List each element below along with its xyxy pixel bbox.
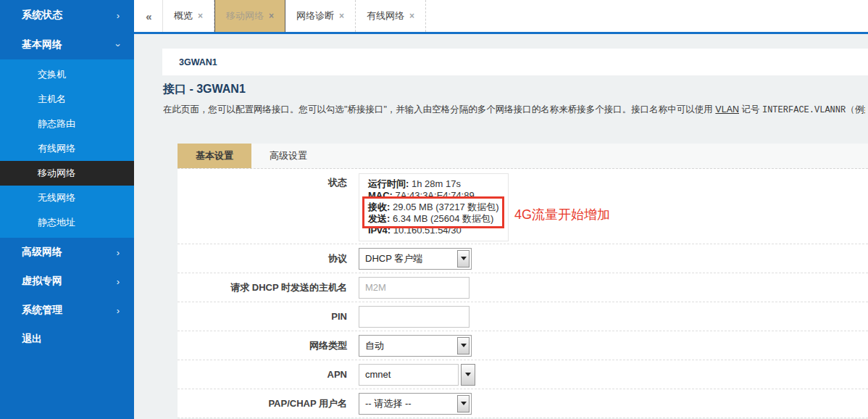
main-content: 3GWAN1 接口 - 3GWAN1 在此页面，您可以配置网络接口。您可以勾选"… xyxy=(134,34,868,419)
close-icon[interactable]: × xyxy=(198,11,203,21)
close-icon[interactable]: × xyxy=(339,11,344,21)
description-text: 记号 xyxy=(739,104,762,115)
status-key: 发送: xyxy=(368,213,390,224)
vlan-link[interactable]: VLAN xyxy=(715,104,739,115)
status-row: 状态 运行时间: 1h 28m 17s MAC: 7A:43:3A:E4:74:… xyxy=(178,169,868,244)
status-values: 运行时间: 1h 28m 17s MAC: 7A:43:3A:E4:74:89 … xyxy=(359,173,509,241)
pin-input[interactable] xyxy=(359,306,470,328)
close-icon[interactable]: × xyxy=(409,11,414,21)
status-line-rx: 接收: 29.05 MB (37217 数据包) xyxy=(368,202,499,213)
status-line-mac: MAC: 7A:43:3A:E4:74:89 xyxy=(368,190,499,202)
interface-vlannr-code: INTERFACE.VLANNR xyxy=(762,105,846,115)
sidebar: 系统状态 › 基本网络 › 交换机 主机名 静态路由 有线网络 移动网络 无线网… xyxy=(0,0,134,419)
sidebar-item-label: 系统状态 xyxy=(22,9,62,22)
dropdown-arrow-icon[interactable] xyxy=(457,395,470,412)
sidebar-item-label: 退出 xyxy=(22,333,42,346)
interface-tab-strip: 3GWAN1 xyxy=(162,49,868,75)
annotation-text: 4G流量开始增加 xyxy=(514,206,610,223)
dhcp-hostname-input[interactable] xyxy=(359,277,470,299)
sidebar-item-mobile-network[interactable]: 移动网络 xyxy=(0,161,134,186)
status-line-uptime: 运行时间: 1h 28m 17s xyxy=(368,178,499,190)
apn-row: APN xyxy=(178,360,868,389)
apn-label: APN xyxy=(178,369,359,380)
network-type-row: 网络类型 自动 xyxy=(178,331,868,360)
chevron-right-icon: › xyxy=(117,277,120,286)
network-type-label: 网络类型 xyxy=(178,339,359,352)
sidebar-submenu: 交换机 主机名 静态路由 有线网络 移动网络 无线网络 静态地址 xyxy=(0,59,134,238)
pin-row: PIN xyxy=(178,302,868,331)
tab-advanced-settings[interactable]: 高级设置 xyxy=(251,144,325,168)
sidebar-item-label: 虚拟专网 xyxy=(22,275,62,288)
sidebar-item-wireless-network[interactable]: 无线网络 xyxy=(0,186,134,210)
status-value: 29.05 MB (37217 数据包) xyxy=(390,202,498,212)
dropdown-arrow-icon[interactable] xyxy=(457,250,470,267)
dropdown-arrow-icon[interactable] xyxy=(461,364,475,386)
tab-label: 移动网络 xyxy=(226,9,264,22)
apn-combobox xyxy=(359,364,475,386)
tab-network-diagnostics[interactable]: 网络诊断 × xyxy=(285,0,356,32)
protocol-row: 协议 DHCP 客户端 xyxy=(178,244,868,273)
status-key: MAC: xyxy=(368,190,393,201)
sidebar-item-basic-network[interactable]: 基本网络 › xyxy=(0,30,134,59)
settings-tabs: 基本设置 高级设置 xyxy=(178,144,868,169)
tab-mobile-network[interactable]: 移动网络 × xyxy=(214,0,285,32)
status-label: 状态 xyxy=(178,169,359,189)
interface-settings-form: 基本设置 高级设置 状态 运行时间: 1h 28m 17s MAC: 7A:43… xyxy=(178,144,868,418)
dropdown-arrow-icon[interactable] xyxy=(457,337,470,354)
sidebar-item-switch[interactable]: 交换机 xyxy=(0,62,134,87)
sidebar-item-static-routes[interactable]: 静态路由 xyxy=(0,112,134,136)
tab-basic-settings[interactable]: 基本设置 xyxy=(178,144,251,168)
close-icon[interactable]: × xyxy=(269,11,274,21)
collapse-tabs-button[interactable]: « xyxy=(134,0,163,32)
tab-overview[interactable]: 概览 × xyxy=(163,0,214,32)
page-description: 在此页面，您可以配置网络接口。您可以勾选"桥接接口"，并输入由空格分隔的多个网络… xyxy=(163,104,865,116)
status-value: 7A:43:3A:E4:74:89 xyxy=(393,190,475,201)
description-text: 在此页面，您可以配置网络接口。您可以勾选"桥接接口"，并输入由空格分隔的多个网络… xyxy=(163,104,715,115)
chevron-right-icon: › xyxy=(117,248,120,257)
tab-label: 概览 xyxy=(174,9,193,22)
pap-chap-username-label: PAP/CHAP 用户名 xyxy=(178,397,359,410)
tab-bar: « 概览 × 移动网络 × 网络诊断 × 有线网络 × xyxy=(134,0,868,34)
sidebar-item-logout[interactable]: 退出 xyxy=(0,325,134,354)
selected-value: 自动 xyxy=(359,339,456,352)
tab-label: 有线网络 xyxy=(367,9,404,22)
tab-wired-network[interactable]: 有线网络 × xyxy=(356,0,426,32)
pin-label: PIN xyxy=(178,311,359,322)
chevron-down-icon: › xyxy=(113,43,122,46)
pap-chap-username-select[interactable]: -- 请选择 -- xyxy=(359,393,472,415)
status-key: 运行时间: xyxy=(368,178,409,189)
sidebar-item-system-admin[interactable]: 系统管理 › xyxy=(0,296,134,325)
status-key: IPv4: xyxy=(368,225,391,236)
chevron-right-icon: › xyxy=(117,11,120,20)
pap-chap-username-row: PAP/CHAP 用户名 -- 请选择 -- xyxy=(178,389,868,418)
chevron-right-icon: › xyxy=(117,306,120,315)
selected-value: DHCP 客户端 xyxy=(359,252,456,265)
double-chevron-left-icon: « xyxy=(146,10,150,22)
status-value: 10.160.51.54/30 xyxy=(391,225,462,236)
protocol-label: 协议 xyxy=(178,252,359,265)
sidebar-item-static-address[interactable]: 静态地址 xyxy=(0,210,134,235)
sidebar-item-label: 基本网络 xyxy=(22,38,62,51)
page-title: 接口 - 3GWAN1 xyxy=(163,82,868,97)
tab-label: 网络诊断 xyxy=(296,9,334,22)
dhcp-hostname-row: 请求 DHCP 时发送的主机名 xyxy=(178,273,868,302)
sidebar-item-label: 系统管理 xyxy=(22,304,62,317)
sidebar-item-system-status[interactable]: 系统状态 › xyxy=(0,0,134,30)
status-value: 6.34 MB (25604 数据包) xyxy=(390,213,493,224)
selected-value: -- 请选择 -- xyxy=(359,397,456,410)
interface-tab-3gwan1[interactable]: 3GWAN1 xyxy=(179,57,217,67)
status-line-tx: 发送: 6.34 MB (25604 数据包) xyxy=(368,213,499,225)
sidebar-item-advanced-network[interactable]: 高级网络 › xyxy=(0,238,134,267)
status-value: 1h 28m 17s xyxy=(409,178,461,189)
dhcp-hostname-label: 请求 DHCP 时发送的主机名 xyxy=(178,281,359,294)
status-key: 接收: xyxy=(368,202,390,212)
protocol-select[interactable]: DHCP 客户端 xyxy=(359,248,472,270)
network-type-select[interactable]: 自动 xyxy=(359,335,472,357)
sidebar-item-vpn[interactable]: 虚拟专网 › xyxy=(0,267,134,296)
sidebar-item-hostname[interactable]: 主机名 xyxy=(0,87,134,112)
apn-input[interactable] xyxy=(359,364,459,386)
description-text: （例如： xyxy=(846,104,865,115)
sidebar-item-label: 高级网络 xyxy=(22,246,62,259)
status-line-ipv4: IPv4: 10.160.51.54/30 xyxy=(368,225,499,236)
sidebar-item-wired-network[interactable]: 有线网络 xyxy=(0,136,134,161)
